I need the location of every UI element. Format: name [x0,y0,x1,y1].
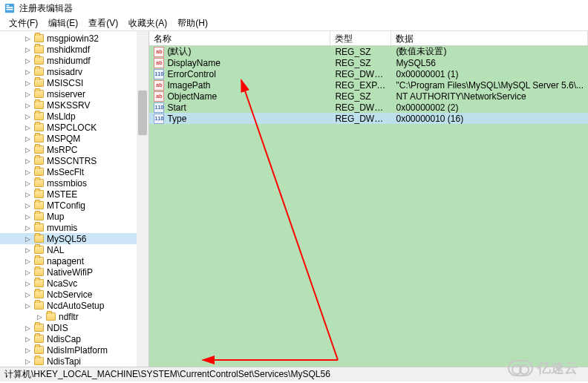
folder-icon [34,290,44,298]
menu-edit[interactable]: 编辑(E) [44,16,82,31]
expand-toggle-icon[interactable]: ▷ [24,113,31,120]
expand-toggle-icon[interactable]: ▷ [24,124,31,131]
tree-item-mssmbios[interactable]: ▷mssmbios [0,177,148,189]
tree-item-mshidumdf[interactable]: ▷mshidumdf [0,55,148,66]
expand-toggle-icon[interactable]: ▷ [24,269,31,276]
tree-item-mvumis[interactable]: ▷mvumis [0,222,148,233]
expand-toggle-icon[interactable]: ▷ [24,246,31,254]
tree-scrollbar[interactable] [137,31,148,367]
expand-toggle-icon[interactable]: ▷ [24,57,31,65]
menu-help[interactable]: 帮助(H) [173,16,212,31]
expand-toggle-icon[interactable]: ▷ [24,224,31,232]
value-row-displayname[interactable]: abDisplayNameREG_SZMySQL56 [149,57,588,68]
tree-item-ndfltr[interactable]: ▷ndfltr [0,311,148,322]
tree-item-nal[interactable]: ▷NAL [0,244,148,255]
expand-toggle-icon[interactable]: ▷ [24,302,31,310]
expand-toggle-icon[interactable]: ▷ [24,180,31,187]
tree-item-ncasvc[interactable]: ▷NcaSvc [0,278,148,289]
value-row-start[interactable]: 110StartREG_DWORD0x00000002 (2) [149,102,588,113]
folder-icon [34,190,44,198]
value-row-objectname[interactable]: abObjectNameREG_SZNT AUTHORITY\NetworkSe… [149,91,588,102]
tree-item-label: MSSCNTRS [47,156,97,166]
folder-icon [46,312,56,321]
expand-toggle-icon[interactable]: ▷ [24,291,31,298]
expand-toggle-icon[interactable]: ▷ [24,135,31,143]
tree-item-napagent[interactable]: ▷napagent [0,255,148,266]
expand-toggle-icon[interactable]: ▷ [24,213,31,220]
menu-file[interactable]: 文件(F) [4,16,42,31]
tree-item-mysql56[interactable]: ▷MySQL56 [0,233,148,244]
string-value-icon: ab [154,91,164,102]
value-row-imagepath[interactable]: abImagePathREG_EXPAND_SZ"C:\Program File… [149,79,588,91]
value-data: (数值未设置) [391,45,588,58]
expand-toggle-icon[interactable]: ▷ [24,168,31,176]
menu-favorites[interactable]: 收藏夹(A) [124,16,172,31]
tree-item-mup[interactable]: ▷Mup [0,211,148,222]
tree-item-mskssrv[interactable]: ▷MSKSSRV [0,99,148,111]
tree-item-mssecflt[interactable]: ▷MsSecFlt [0,166,148,177]
value-row-type[interactable]: 110TypeREG_DWORD0x00000010 (16) [149,113,588,124]
expand-toggle-icon[interactable]: ▷ [24,280,31,287]
tree-item-mstee[interactable]: ▷MSTEE [0,189,148,200]
tree-item-label: mssmbios [47,178,87,189]
tree-item-msiscsi[interactable]: ▷MSISCSI [0,77,148,88]
expand-toggle-icon[interactable]: ▷ [24,146,31,154]
tree-item-ncdautosetup[interactable]: ▷NcdAutoSetup [0,300,148,311]
tree-item-mspqm[interactable]: ▷MSPQM [0,133,148,144]
svg-rect-3 [7,9,13,10]
value-name: ObjectName [167,91,217,102]
expand-toggle-icon[interactable]: ▷ [24,235,31,243]
expand-toggle-icon[interactable]: ▷ [24,202,31,209]
menu-view[interactable]: 查看(V) [84,16,122,31]
value-data: MySQL56 [391,58,588,68]
expand-toggle-icon[interactable]: ▷ [24,91,31,98]
tree-item-mshidkmdf[interactable]: ▷mshidkmdf [0,44,148,55]
tree-item-msscntrs[interactable]: ▷MSSCNTRS [0,155,148,166]
tree-item-msisadrv[interactable]: ▷msisadrv [0,66,148,77]
tree-item-msiserver[interactable]: ▷msiserver [0,88,148,99]
scrollbar-thumb[interactable] [138,91,147,135]
expand-toggle-icon[interactable]: ▷ [24,324,31,332]
expand-toggle-icon[interactable]: ▷ [24,68,31,76]
tree-item-ncbservice[interactable]: ▷NcbService [0,289,148,300]
col-header-type[interactable]: 类型 [330,31,391,45]
value-row-[interactable]: ab(默认)REG_SZ(数值未设置) [149,46,588,57]
expand-toggle-icon[interactable]: ▷ [24,35,31,42]
tree-item-label: NdisTapi [47,356,81,367]
expand-toggle-icon[interactable]: ▷ [24,46,31,53]
expand-toggle-icon[interactable]: ▷ [24,157,31,165]
tree-item-mspclock[interactable]: ▷MSPCLOCK [0,122,148,133]
expand-toggle-icon[interactable]: ▷ [36,313,43,321]
expand-toggle-icon[interactable]: ▷ [24,347,31,354]
value-name: DisplayName [167,58,220,68]
value-type: REG_DWORD [330,102,391,113]
folder-icon [34,301,44,310]
tree-item-ndisimplatform[interactable]: ▷NdisImPlatform [0,344,148,356]
tree-item-nativewifip[interactable]: ▷NativeWifiP [0,266,148,278]
value-type: REG_EXPAND_SZ [330,80,391,91]
expand-toggle-icon[interactable]: ▷ [24,191,31,198]
tree-list: ▷msgpiowin32▷mshidkmdf▷mshidumdf▷msisadr… [0,31,148,367]
tree-item-ndiscap[interactable]: ▷NdisCap [0,333,148,344]
col-header-name[interactable]: 名称 [149,31,330,45]
tree-item-msgpiowin32[interactable]: ▷msgpiowin32 [0,33,148,44]
tree-item-label: ndfltr [59,312,79,322]
expand-toggle-icon[interactable]: ▷ [24,79,31,87]
tree-item-ndis[interactable]: ▷NDIS [0,322,148,333]
expand-toggle-icon[interactable]: ▷ [24,258,31,265]
value-row-errorcontrol[interactable]: 110ErrorControlREG_DWORD0x00000001 (1) [149,68,588,79]
value-type: REG_DWORD [330,69,391,79]
tree-item-mtconfig[interactable]: ▷MTConfig [0,200,148,211]
titlebar: 注册表编辑器 [0,0,588,16]
col-header-data[interactable]: 数据 [391,31,588,45]
tree-item-msrpc[interactable]: ▷MsRPC [0,144,148,155]
expand-toggle-icon[interactable]: ▷ [24,102,31,109]
folder-icon [34,157,44,165]
value-type: REG_SZ [330,91,391,102]
tree-item-label: Mup [47,212,64,222]
expand-toggle-icon[interactable]: ▷ [24,335,31,343]
tree-item-ndistapi[interactable]: ▷NdisTapi [0,356,148,367]
expand-toggle-icon[interactable]: ▷ [24,358,31,365]
statusbar: 计算机\HKEY_LOCAL_MACHINE\SYSTEM\CurrentCon… [0,367,588,382]
tree-item-mslldp[interactable]: ▷MsLldp [0,111,148,122]
